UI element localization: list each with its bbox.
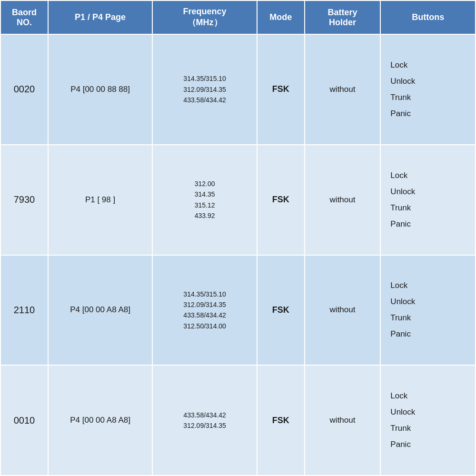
- header-mode: Mode: [257, 0, 305, 34]
- cell-mode: FSK: [257, 34, 305, 145]
- cell-page: P4 [00 00 A8 A8]: [48, 365, 153, 476]
- cell-mode: FSK: [257, 145, 305, 255]
- cell-page: P4 [00 00 88 88]: [48, 34, 153, 145]
- cell-baord: 0010: [0, 365, 48, 476]
- cell-mode: FSK: [257, 255, 305, 366]
- cell-battery: without: [305, 255, 381, 366]
- header-frequency: Frequency（MHz）: [152, 0, 257, 34]
- data-table: BaordNO. P1 / P4 Page Frequency（MHz） Mod…: [0, 0, 476, 476]
- header-battery: BatteryHolder: [305, 0, 381, 34]
- header-page: P1 / P4 Page: [48, 0, 153, 34]
- header-row: BaordNO. P1 / P4 Page Frequency（MHz） Mod…: [0, 0, 476, 34]
- cell-mode: FSK: [257, 365, 305, 476]
- table-row: 0010P4 [00 00 A8 A8]433.58/434.42312.09/…: [0, 365, 476, 476]
- table-row: 2110P4 [00 00 A8 A8]314.35/315.10312.09/…: [0, 255, 476, 366]
- cell-buttons: LockUnlockTrunkPanic: [380, 145, 476, 255]
- main-container: BaordNO. P1 / P4 Page Frequency（MHz） Mod…: [0, 0, 476, 476]
- cell-battery: without: [305, 365, 381, 476]
- cell-buttons: LockUnlockTrunkPanic: [380, 255, 476, 366]
- cell-baord: 0020: [0, 34, 48, 145]
- table-row: 0020P4 [00 00 88 88]314.35/315.10312.09/…: [0, 34, 476, 145]
- cell-buttons: LockUnlockTrunkPanic: [380, 365, 476, 476]
- cell-baord: 2110: [0, 255, 48, 366]
- cell-battery: without: [305, 145, 381, 255]
- table-row: 7930P1 [ 98 ]312.00314.35315.12433.92FSK…: [0, 145, 476, 255]
- cell-frequency: 314.35/315.10312.09/314.35433.58/434.423…: [152, 255, 257, 366]
- cell-page: P4 [00 00 A8 A8]: [48, 255, 153, 366]
- cell-frequency: 312.00314.35315.12433.92: [152, 145, 257, 255]
- cell-page: P1 [ 98 ]: [48, 145, 153, 255]
- cell-baord: 7930: [0, 145, 48, 255]
- cell-frequency: 314.35/315.10312.09/314.35433.58/434.42: [152, 34, 257, 145]
- cell-battery: without: [305, 34, 381, 145]
- header-buttons: Buttons: [380, 0, 476, 34]
- header-baord: BaordNO.: [0, 0, 48, 34]
- cell-buttons: LockUnlockTrunkPanic: [380, 34, 476, 145]
- cell-frequency: 433.58/434.42312.09/314.35: [152, 365, 257, 476]
